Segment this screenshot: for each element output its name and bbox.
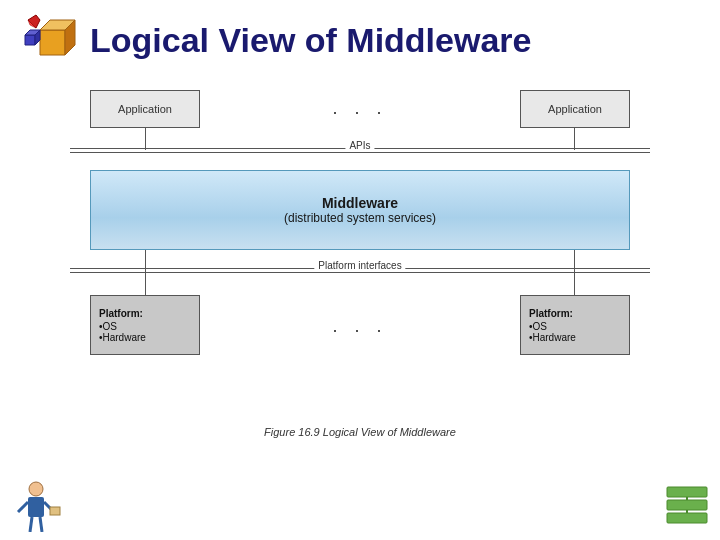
person-icon (8, 477, 63, 532)
svg-rect-17 (667, 513, 707, 523)
middleware-subtitle: (distributed system services) (284, 211, 436, 225)
apis-line-container: APIs (70, 148, 650, 153)
apis-label: APIs (345, 140, 374, 151)
app-box-left: Application (90, 90, 200, 128)
svg-rect-15 (667, 487, 707, 497)
figure-caption: Figure 16.9 Logical View of Middleware (264, 426, 456, 438)
svg-marker-0 (40, 30, 65, 55)
slide-title: Logical View of Middleware (90, 21, 531, 60)
app-box-right: Application (520, 90, 630, 128)
title-area: Logical View of Middleware (0, 0, 720, 80)
svg-line-10 (18, 502, 28, 512)
platform-box-right: Platform: •OS •Hardware (520, 295, 630, 355)
connector-right-bottom (574, 250, 575, 295)
platform-right-title: Platform: (529, 308, 621, 319)
connector-left-bottom (145, 250, 146, 295)
platform-left-item2: •Hardware (99, 332, 191, 343)
middleware-box: Middleware (distributed system services) (90, 170, 630, 250)
svg-rect-16 (667, 500, 707, 510)
dots-bottom: · · · (332, 320, 387, 341)
platform-box-left: Platform: •OS •Hardware (90, 295, 200, 355)
svg-marker-3 (25, 35, 35, 45)
platform-right-item2: •Hardware (529, 332, 621, 343)
svg-rect-14 (50, 507, 60, 515)
dots-top: · · · (332, 102, 387, 123)
platform-left-item1: •OS (99, 321, 191, 332)
cube-icon (20, 10, 80, 70)
platform-label: Platform interfaces (314, 260, 405, 271)
svg-line-12 (30, 517, 32, 532)
platform-line-bottom (70, 272, 650, 273)
middleware-title: Middleware (322, 195, 398, 211)
slide-container: Logical View of Middleware Application A… (0, 0, 720, 540)
diagram-area: Application Application · · · APIs Middl… (70, 80, 650, 440)
svg-rect-9 (28, 497, 44, 517)
apis-line-bottom (70, 152, 650, 153)
svg-line-13 (40, 517, 42, 532)
connector-right-top (574, 128, 575, 150)
platform-left-title: Platform: (99, 308, 191, 319)
connector-left-top (145, 128, 146, 150)
platform-line-container: Platform interfaces (70, 268, 650, 273)
platform-right-item1: •OS (529, 321, 621, 332)
svg-point-8 (29, 482, 43, 496)
green-stack-icon (662, 482, 712, 532)
